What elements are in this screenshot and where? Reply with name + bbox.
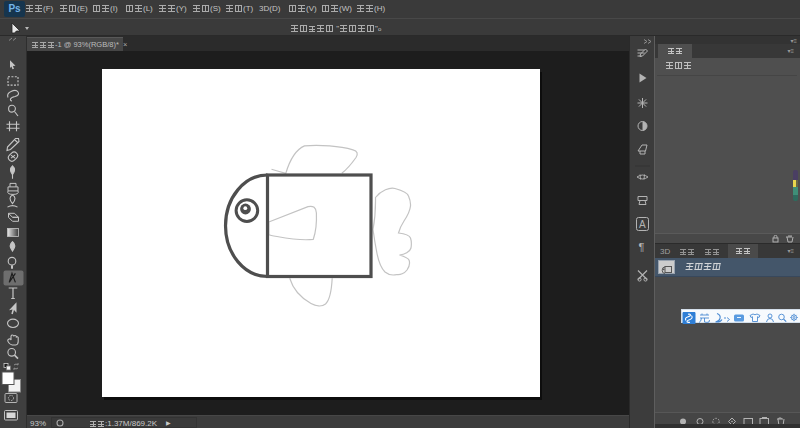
svg-text:A: A	[639, 219, 646, 230]
svg-text:¶: ¶	[639, 241, 645, 253]
